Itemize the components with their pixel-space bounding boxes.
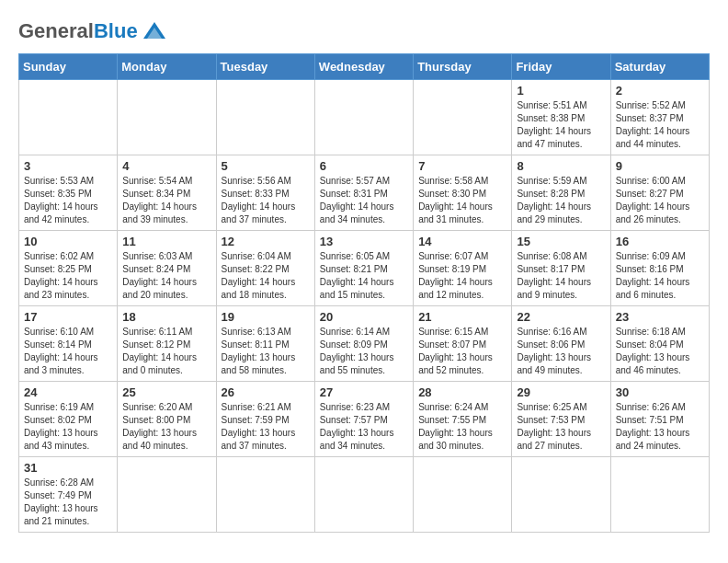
calendar-cell: 15Sunrise: 6:08 AM Sunset: 8:17 PM Dayli… — [512, 231, 610, 306]
calendar-cell: 18Sunrise: 6:11 AM Sunset: 8:12 PM Dayli… — [118, 306, 216, 382]
calendar-body: 1Sunrise: 5:51 AM Sunset: 8:38 PM Daylig… — [19, 80, 710, 533]
day-info: Sunrise: 5:51 AM Sunset: 8:38 PM Dayligh… — [517, 99, 605, 151]
week-row-2: 3Sunrise: 5:53 AM Sunset: 8:35 PM Daylig… — [19, 155, 710, 231]
calendar-cell: 14Sunrise: 6:07 AM Sunset: 8:19 PM Dayli… — [414, 231, 512, 306]
day-info: Sunrise: 5:56 AM Sunset: 8:33 PM Dayligh… — [222, 175, 310, 226]
day-number: 25 — [122, 385, 210, 399]
day-info: Sunrise: 6:16 AM Sunset: 8:06 PM Dayligh… — [517, 326, 605, 377]
calendar-cell: 4Sunrise: 5:54 AM Sunset: 8:34 PM Daylig… — [118, 155, 216, 231]
calendar-cell: 9Sunrise: 6:00 AM Sunset: 8:27 PM Daylig… — [610, 155, 709, 231]
calendar-cell: 23Sunrise: 6:18 AM Sunset: 8:04 PM Dayli… — [610, 306, 709, 382]
day-number: 19 — [222, 310, 310, 324]
day-info: Sunrise: 6:15 AM Sunset: 8:07 PM Dayligh… — [418, 326, 506, 377]
day-number: 15 — [517, 235, 605, 248]
calendar-cell: 10Sunrise: 6:02 AM Sunset: 8:25 PM Dayli… — [19, 231, 118, 306]
day-info: Sunrise: 6:23 AM Sunset: 7:57 PM Dayligh… — [320, 401, 408, 453]
calendar-cell — [314, 80, 413, 155]
day-info: Sunrise: 6:28 AM Sunset: 7:49 PM Dayligh… — [24, 477, 112, 528]
calendar-cell: 16Sunrise: 6:09 AM Sunset: 8:16 PM Dayli… — [610, 231, 709, 306]
calendar-cell: 24Sunrise: 6:19 AM Sunset: 8:02 PM Dayli… — [19, 382, 118, 457]
day-number: 20 — [320, 310, 408, 324]
day-info: Sunrise: 6:11 AM Sunset: 8:12 PM Dayligh… — [122, 326, 210, 377]
weekday-header-friday: Friday — [512, 54, 610, 80]
day-number: 30 — [616, 385, 704, 399]
day-info: Sunrise: 6:05 AM Sunset: 8:21 PM Dayligh… — [320, 250, 408, 302]
day-info: Sunrise: 6:26 AM Sunset: 7:51 PM Dayligh… — [616, 401, 704, 453]
weekday-header-saturday: Saturday — [610, 54, 709, 80]
day-number: 17 — [24, 310, 112, 324]
day-info: Sunrise: 6:03 AM Sunset: 8:24 PM Dayligh… — [122, 250, 210, 302]
calendar-cell: 29Sunrise: 6:25 AM Sunset: 7:53 PM Dayli… — [512, 382, 610, 457]
logo-text: GeneralBlue — [18, 21, 138, 41]
calendar-cell: 21Sunrise: 6:15 AM Sunset: 8:07 PM Dayli… — [414, 306, 512, 382]
day-number: 26 — [222, 385, 310, 399]
day-info: Sunrise: 5:53 AM Sunset: 8:35 PM Dayligh… — [24, 175, 112, 226]
calendar-cell: 1Sunrise: 5:51 AM Sunset: 8:38 PM Daylig… — [512, 80, 610, 155]
day-info: Sunrise: 6:09 AM Sunset: 8:16 PM Dayligh… — [616, 250, 704, 302]
calendar-cell — [512, 457, 610, 533]
calendar-cell: 31Sunrise: 6:28 AM Sunset: 7:49 PM Dayli… — [19, 457, 118, 533]
day-info: Sunrise: 6:13 AM Sunset: 8:11 PM Dayligh… — [222, 326, 310, 377]
day-number: 23 — [616, 310, 704, 324]
day-number: 9 — [616, 159, 704, 173]
day-info: Sunrise: 6:20 AM Sunset: 8:00 PM Dayligh… — [122, 401, 210, 453]
calendar-cell: 3Sunrise: 5:53 AM Sunset: 8:35 PM Daylig… — [19, 155, 118, 231]
calendar-cell: 22Sunrise: 6:16 AM Sunset: 8:06 PM Dayli… — [512, 306, 610, 382]
day-number: 22 — [517, 310, 605, 324]
day-number: 29 — [517, 385, 605, 399]
calendar-cell: 13Sunrise: 6:05 AM Sunset: 8:21 PM Dayli… — [314, 231, 413, 306]
calendar-cell: 20Sunrise: 6:14 AM Sunset: 8:09 PM Dayli… — [314, 306, 413, 382]
calendar-cell: 17Sunrise: 6:10 AM Sunset: 8:14 PM Dayli… — [19, 306, 118, 382]
day-number: 6 — [320, 159, 408, 173]
day-number: 13 — [320, 235, 408, 248]
day-info: Sunrise: 6:19 AM Sunset: 8:02 PM Dayligh… — [24, 401, 112, 453]
day-number: 16 — [616, 235, 704, 248]
calendar-cell: 8Sunrise: 5:59 AM Sunset: 8:28 PM Daylig… — [512, 155, 610, 231]
day-info: Sunrise: 5:52 AM Sunset: 8:37 PM Dayligh… — [616, 99, 704, 151]
calendar-cell — [216, 457, 314, 533]
day-number: 18 — [122, 310, 210, 324]
day-info: Sunrise: 6:14 AM Sunset: 8:09 PM Dayligh… — [320, 326, 408, 377]
calendar-table: SundayMondayTuesdayWednesdayThursdayFrid… — [18, 53, 710, 533]
week-row-1: 1Sunrise: 5:51 AM Sunset: 8:38 PM Daylig… — [19, 80, 710, 155]
day-number: 27 — [320, 385, 408, 399]
calendar-cell — [19, 80, 118, 155]
calendar-cell — [118, 457, 216, 533]
day-info: Sunrise: 6:25 AM Sunset: 7:53 PM Dayligh… — [517, 401, 605, 453]
day-number: 3 — [24, 159, 112, 173]
week-row-5: 24Sunrise: 6:19 AM Sunset: 8:02 PM Dayli… — [19, 382, 710, 457]
day-number: 1 — [517, 84, 605, 98]
day-number: 21 — [418, 310, 506, 324]
calendar-cell — [414, 80, 512, 155]
day-info: Sunrise: 5:54 AM Sunset: 8:34 PM Dayligh… — [122, 175, 210, 226]
day-number: 10 — [24, 235, 112, 248]
day-info: Sunrise: 5:58 AM Sunset: 8:30 PM Dayligh… — [418, 175, 506, 226]
calendar-cell — [414, 457, 512, 533]
weekday-row: SundayMondayTuesdayWednesdayThursdayFrid… — [19, 54, 710, 80]
day-number: 11 — [122, 235, 210, 248]
day-number: 31 — [24, 461, 112, 475]
day-number: 28 — [418, 385, 506, 399]
weekday-header-monday: Monday — [118, 54, 216, 80]
day-info: Sunrise: 6:00 AM Sunset: 8:27 PM Dayligh… — [616, 175, 704, 226]
logo-svg — [142, 18, 167, 44]
calendar-header: SundayMondayTuesdayWednesdayThursdayFrid… — [19, 54, 710, 80]
day-number: 7 — [418, 159, 506, 173]
day-info: Sunrise: 5:57 AM Sunset: 8:31 PM Dayligh… — [320, 175, 408, 226]
day-number: 4 — [122, 159, 210, 173]
calendar-cell: 6Sunrise: 5:57 AM Sunset: 8:31 PM Daylig… — [314, 155, 413, 231]
day-info: Sunrise: 5:59 AM Sunset: 8:28 PM Dayligh… — [517, 175, 605, 226]
calendar-cell: 30Sunrise: 6:26 AM Sunset: 7:51 PM Dayli… — [610, 382, 709, 457]
day-info: Sunrise: 6:21 AM Sunset: 7:59 PM Dayligh… — [222, 401, 310, 453]
calendar-cell — [610, 457, 709, 533]
day-number: 14 — [418, 235, 506, 248]
weekday-header-sunday: Sunday — [19, 54, 118, 80]
week-row-6: 31Sunrise: 6:28 AM Sunset: 7:49 PM Dayli… — [19, 457, 710, 533]
day-info: Sunrise: 6:10 AM Sunset: 8:14 PM Dayligh… — [24, 326, 112, 377]
day-info: Sunrise: 6:07 AM Sunset: 8:19 PM Dayligh… — [418, 250, 506, 302]
calendar-cell — [314, 457, 413, 533]
week-row-4: 17Sunrise: 6:10 AM Sunset: 8:14 PM Dayli… — [19, 306, 710, 382]
weekday-header-wednesday: Wednesday — [314, 54, 413, 80]
day-info: Sunrise: 6:24 AM Sunset: 7:55 PM Dayligh… — [418, 401, 506, 453]
calendar-cell: 11Sunrise: 6:03 AM Sunset: 8:24 PM Dayli… — [118, 231, 216, 306]
